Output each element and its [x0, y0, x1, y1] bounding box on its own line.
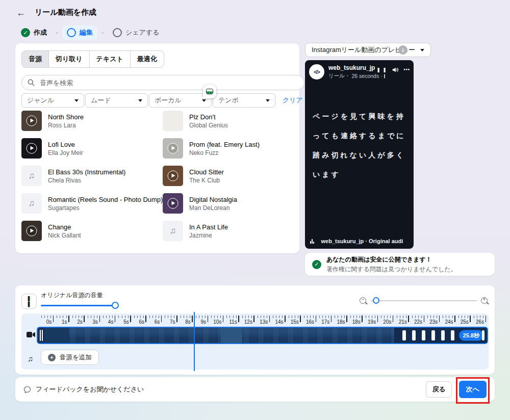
song-row[interactable]: Digital Nostalgia Man DeLorean — [163, 193, 293, 214]
filter-mood-label: ムード — [91, 96, 111, 105]
ruler-tick-label: 6s — [139, 319, 144, 325]
footer-bar: フィードバックをお聞かせください 戻る 次へ — [15, 377, 495, 402]
ruler-tick-cell: 13s — [254, 314, 270, 327]
ruler-tick-label: 21s — [399, 319, 407, 325]
ruler-tick-cell: 7s — [162, 314, 177, 327]
ruler-tick-label: 1s — [62, 319, 67, 325]
audio-wave-icon — [310, 239, 314, 244]
album-art[interactable] — [21, 221, 42, 241]
song-row[interactable]: North Shore Ross Lara — [21, 111, 151, 131]
album-art[interactable]: ♫ — [163, 221, 183, 241]
volume-slider-handle[interactable] — [112, 302, 119, 309]
song-title: North Shore — [48, 113, 84, 121]
time-ruler[interactable]: 0s 1s 2s 3s 4s 5s 6s 6s — [38, 314, 486, 327]
clip-frame-bar — [431, 330, 435, 340]
more-options-icon[interactable]: ⋯ — [403, 66, 411, 73]
filter-vocal-dropdown[interactable]: ボーカル — [149, 93, 212, 108]
timeline-pause-button[interactable]: ❚ ❚ — [21, 294, 37, 309]
song-row[interactable]: Cloud Sitter The K Club — [163, 166, 293, 186]
clip-trim-handle-left[interactable] — [38, 328, 44, 343]
search-input[interactable] — [39, 78, 298, 87]
ruler-tick-cell: 3s — [85, 314, 100, 327]
clip-frame-bar — [402, 330, 406, 340]
step-edit[interactable]: 編集 — [62, 25, 97, 40]
song-artist: Sugartapes — [48, 204, 151, 212]
zoom-slider-track[interactable] — [371, 300, 477, 301]
tab-audio[interactable]: 音源 — [21, 50, 49, 68]
album-art[interactable] — [163, 166, 183, 186]
ruler-tick-label: 26s — [476, 319, 484, 325]
song-title: Digital Nostalgia — [189, 196, 237, 203]
clip-trim-handle-right[interactable] — [482, 330, 484, 340]
tab-trim[interactable]: 切り取り — [48, 50, 90, 68]
album-art[interactable] — [21, 111, 42, 131]
zoom-in-icon[interactable]: + — [481, 297, 488, 304]
song-row[interactable]: Change Nick Gallant — [21, 221, 151, 241]
tab-optimize[interactable]: 最適化 — [130, 50, 164, 68]
step-create[interactable]: ✓ 作成 — [16, 25, 52, 40]
zoom-out-icon[interactable]: − — [360, 297, 366, 304]
globe-icon — [384, 74, 385, 78]
music-note-icon: ♫ — [29, 171, 35, 181]
audio-search[interactable] — [21, 75, 304, 90]
add-audio-label: 音源を追加 — [60, 353, 92, 362]
ruler-tick-label: 8s — [185, 319, 191, 325]
back-button[interactable]: 戻る — [426, 381, 451, 398]
speaker-icon[interactable] — [392, 66, 399, 73]
info-icon[interactable]: i — [398, 45, 407, 55]
video-clip[interactable]: 25.8秒 — [37, 327, 488, 344]
volume-slider[interactable] — [41, 302, 115, 309]
album-art[interactable] — [21, 138, 42, 159]
song-row[interactable]: ♫ El Bass 30s (Instrumental) Chela Rivas — [21, 166, 151, 186]
song-row[interactable]: Prom (feat. Emery Last) Neko Fuzz — [163, 138, 293, 159]
copyright-check-banner: ✓ あなたの動画は安全に公開できます！ 著作権に関する問題は見つかりませんでした… — [305, 253, 495, 276]
ruler-tick-label: 16s — [306, 319, 314, 325]
ruler-tick-cell: 16s — [301, 314, 316, 327]
clip-duration-badge: 25.8秒 — [459, 330, 483, 341]
ruler-tick-cell: 19s — [363, 314, 378, 327]
ruler-tick-cell: 22s — [409, 314, 424, 327]
caption-overlay: ページを見て興味を持っても連絡するまでに踏み切れない人が多くいます — [313, 112, 410, 190]
song-row[interactable]: Lofi Love Ella Joy Meir — [21, 138, 151, 159]
song-row[interactable]: Plz Don't Global Genius — [163, 111, 293, 131]
avatar[interactable]: </> — [309, 64, 324, 80]
preview-username[interactable]: web_tsukuru_jp — [328, 64, 372, 71]
album-art[interactable]: ♫ — [21, 193, 42, 214]
tab-text[interactable]: テキスト — [89, 50, 131, 68]
album-art[interactable] — [163, 111, 183, 131]
step-share[interactable]: シェアする — [108, 25, 164, 40]
volume-slider-track — [41, 305, 115, 306]
filter-genre-dropdown[interactable]: ジャンル — [21, 93, 84, 108]
filter-mood-dropdown[interactable]: ムード — [85, 93, 148, 108]
album-art[interactable]: ♫ — [21, 166, 42, 186]
ruler-tick-cell: 11s — [223, 314, 239, 327]
chevron-down-icon — [138, 99, 142, 102]
ruler-tick-label: 18s — [352, 319, 361, 325]
playhead[interactable] — [194, 312, 195, 371]
ruler-tick-label: 22s — [414, 319, 422, 325]
song-row[interactable]: ♫ In A Past Life Jazmine — [163, 221, 293, 241]
preview-pause-icon[interactable]: ❚ ❚ — [376, 67, 387, 72]
add-audio-button[interactable]: + 音源を追加 — [41, 350, 99, 365]
filter-tempo-dropdown[interactable]: テンポ — [213, 93, 275, 108]
preview-type-dropdown[interactable]: Instagramリール動画のプレビュー — [305, 43, 431, 57]
song-title: Change — [48, 223, 81, 231]
ruler-tick-cell: 8s — [177, 314, 193, 327]
plus-icon: + — [48, 354, 56, 361]
clip-frame-bar — [441, 330, 445, 340]
zoom-slider-handle[interactable] — [373, 297, 379, 304]
filter-genre-label: ジャンル — [27, 96, 54, 105]
album-art[interactable] — [163, 193, 183, 214]
clip-frame-bar — [422, 330, 425, 340]
back-arrow-icon[interactable]: ← — [16, 8, 26, 17]
timeline-panel: ❚ ❚ オリジナル音源の音量 − + 0s 1s 2s 3s — [15, 285, 495, 375]
song-title: Prom (feat. Emery Last) — [189, 141, 260, 148]
clip-frame-bar — [412, 330, 416, 340]
caption-line: ページを見て興味を持 — [313, 112, 410, 121]
clear-filters-link[interactable]: クリア — [283, 96, 303, 105]
robot-extension-icon[interactable] — [203, 85, 216, 98]
feedback-link[interactable]: フィードバックをお聞かせください — [23, 385, 144, 394]
song-row[interactable]: ♫ Romantic (Reels Sound - Photo Dump) Su… — [21, 193, 151, 214]
album-art[interactable] — [163, 138, 183, 159]
next-button[interactable]: 次へ — [459, 381, 487, 398]
